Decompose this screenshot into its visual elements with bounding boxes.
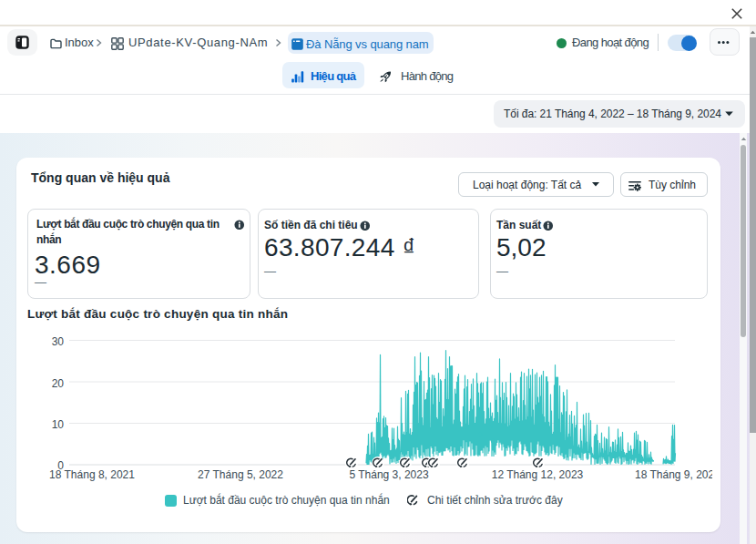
svg-text:12 Tháng 12, 2023: 12 Tháng 12, 2023 (492, 468, 584, 481)
svg-text:5 Tháng 3, 2023: 5 Tháng 3, 2023 (349, 468, 429, 481)
svg-text:18 Tháng 9, 202: 18 Tháng 9, 202 (635, 468, 712, 481)
svg-text:30: 30 (52, 335, 65, 348)
svg-text:20: 20 (52, 377, 65, 390)
svg-text:27 Tháng 5, 2022: 27 Tháng 5, 2022 (198, 468, 283, 481)
svg-text:18 Tháng 8, 2021: 18 Tháng 8, 2021 (49, 468, 135, 481)
svg-text:10: 10 (52, 418, 65, 431)
